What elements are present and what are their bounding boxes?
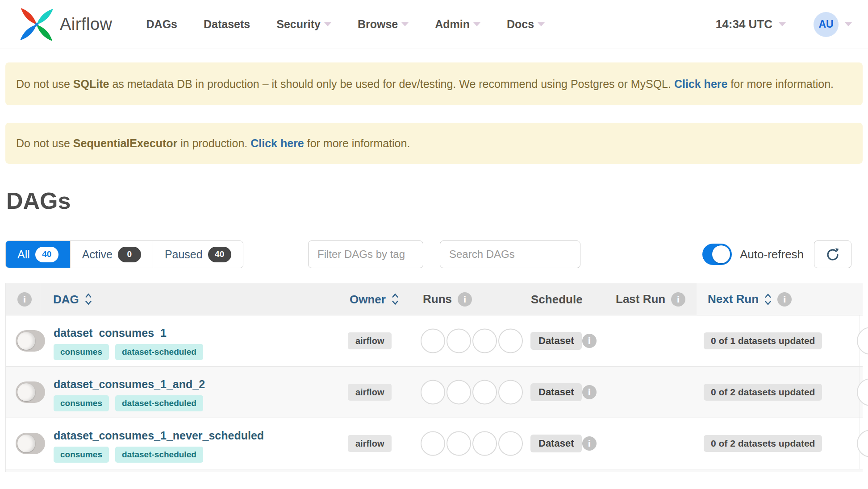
next-row-sliver [6,469,863,472]
user-menu[interactable]: AU [814,12,852,37]
info-icon [17,292,32,307]
run-status-circle[interactable] [472,431,497,456]
tab-active[interactable]: Active 0 [71,241,153,268]
clock-label: 14:34 UTC [716,17,772,31]
sort-icon [392,293,399,306]
col-runs: Runs [423,292,472,307]
nav-admin[interactable]: Admin [435,18,480,31]
col-last-run: Last Run [616,292,685,307]
dag-tag[interactable]: consumes [54,447,109,463]
auto-refresh-group: Auto-refresh [702,240,804,268]
next-run-badge: 0 of 2 datasets updated [704,435,822,452]
main-nav: DAGs Datasets Security Browse Admin Docs [146,18,545,31]
airflow-pinwheel-icon [18,6,55,43]
table-header: DAG Owner Runs Schedule Last Run Next Ru… [6,283,863,315]
nav-security[interactable]: Security [276,18,331,31]
col-owner-sort[interactable]: Owner [350,292,399,306]
tab-paused[interactable]: Paused 40 [153,241,243,268]
run-status-circle[interactable] [857,430,868,457]
nav-dags[interactable]: DAGs [146,18,177,31]
owner-badge: airflow [348,332,392,349]
dag-link[interactable]: dataset_consumes_1_and_2 [54,377,205,391]
schedule-badge: Dataset [530,435,582,452]
dag-tag[interactable]: consumes [54,344,109,360]
info-icon [777,292,792,307]
dag-row: dataset_consumes_1_and_2 consumes datase… [6,367,863,418]
tab-active-count: 0 [118,247,141,262]
col-next-run-sort[interactable]: Next Run [708,292,792,307]
click-here-link[interactable]: Click here [250,137,304,149]
run-status-circle[interactable] [447,380,471,405]
owner-badge: airflow [348,384,392,401]
run-status-circles [421,431,523,456]
run-status-circle[interactable] [472,380,497,405]
dag-row: dataset_consumes_1 consumes dataset-sche… [6,315,863,367]
tab-all-count: 40 [35,247,58,262]
tab-paused-count: 40 [208,247,231,262]
pause-toggle[interactable] [16,330,45,352]
run-status-circle[interactable] [498,380,523,405]
avatar: AU [814,12,839,37]
run-status-circles [421,380,523,405]
next-run-badge: 0 of 2 datasets updated [704,384,822,401]
sort-icon [85,293,92,306]
run-status-circle[interactable] [498,431,523,456]
next-run-badge: 0 of 1 datasets updated [704,332,822,349]
dag-filter-tabs: All 40 Active 0 Paused 40 [5,240,243,268]
chevron-down-icon [401,22,409,26]
chevron-down-icon [324,22,331,26]
auto-refresh-label: Auto-refresh [740,248,804,261]
dag-tag[interactable]: dataset-scheduled [115,447,203,463]
auto-refresh-toggle[interactable] [702,244,732,265]
chevron-down-icon [845,22,852,26]
run-status-circle[interactable] [447,329,471,353]
click-here-link[interactable]: Click here [674,78,728,90]
clock-timezone-dropdown[interactable]: 14:34 UTC [716,17,786,31]
col-schedule: Schedule [531,292,583,306]
nav-datasets[interactable]: Datasets [204,18,250,31]
nav-browse[interactable]: Browse [358,18,409,31]
run-status-circle[interactable] [857,327,868,355]
owner-badge: airflow [348,435,392,452]
dag-link[interactable]: dataset_consumes_1 [54,326,167,340]
dag-row: dataset_consumes_1_never_scheduled consu… [6,418,863,469]
sort-icon [764,293,772,306]
pause-toggle[interactable] [16,381,45,403]
brand-home-link[interactable]: Airflow [18,6,113,43]
refresh-button[interactable] [814,240,851,268]
schedule-badge: Dataset [530,332,582,350]
chevron-down-icon [779,22,786,26]
run-status-circle[interactable] [421,431,445,456]
pause-toggle[interactable] [16,433,45,454]
controls-row: All 40 Active 0 Paused 40 Auto-refresh [0,240,868,268]
info-icon [582,334,597,348]
run-status-circle[interactable] [421,329,445,353]
page-title: DAGs [6,187,868,215]
search-dags-input[interactable] [440,240,580,268]
col-dag-sort[interactable]: DAG [53,292,92,306]
run-status-circle[interactable] [472,329,497,353]
schedule-badge: Dataset [530,383,582,401]
dag-tag[interactable]: dataset-scheduled [115,395,203,411]
warning-banner-sqlite: Do not use SQLite as metadata DB in prod… [5,62,863,105]
dag-link[interactable]: dataset_consumes_1_never_scheduled [54,429,264,442]
nav-docs[interactable]: Docs [507,18,545,31]
filter-tags-input[interactable] [308,240,423,268]
chevron-down-icon [473,22,480,26]
dag-tag[interactable]: dataset-scheduled [115,344,203,360]
navbar-right: 14:34 UTC AU [716,12,852,37]
run-status-circle[interactable] [421,380,445,405]
run-status-circle[interactable] [857,378,868,406]
chevron-down-icon [538,22,545,26]
tab-all[interactable]: All 40 [6,241,71,268]
warning-banner-executor: Do not use SequentialExecutor in product… [5,123,863,164]
navbar: Airflow DAGs Datasets Security Browse Ad… [0,0,868,49]
info-icon [458,292,472,307]
info-icon [582,436,597,451]
info-icon [582,385,597,399]
info-icon [671,292,685,307]
run-status-circle[interactable] [498,329,523,353]
dags-table: DAG Owner Runs Schedule Last Run Next Ru… [5,283,863,472]
run-status-circle[interactable] [447,431,471,456]
dag-tag[interactable]: consumes [54,395,109,411]
